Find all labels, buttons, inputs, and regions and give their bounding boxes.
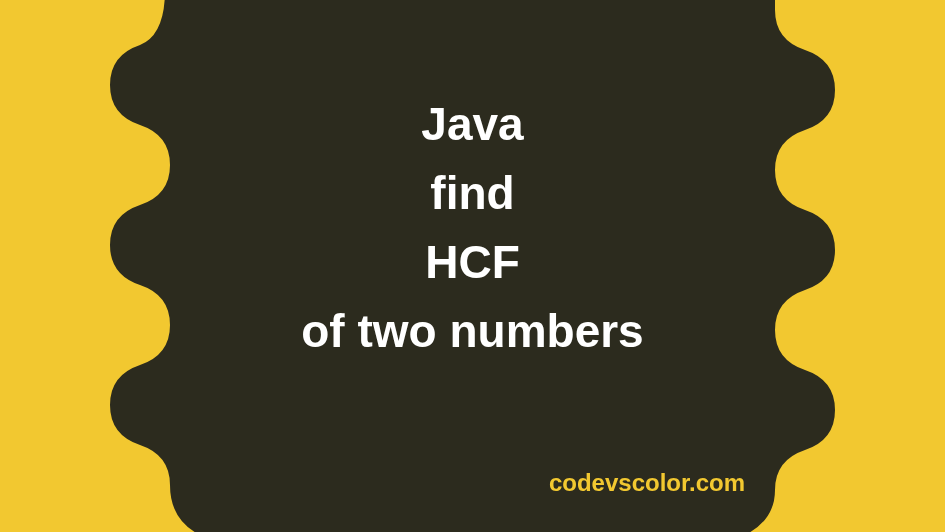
title-line-2: find [0, 159, 945, 228]
title-line-4: of two numbers [0, 297, 945, 366]
main-title: Java find HCF of two numbers [0, 90, 945, 366]
banner-container: Java find HCF of two numbers codevscolor… [0, 0, 945, 532]
title-line-1: Java [0, 90, 945, 159]
website-url: codevscolor.com [549, 469, 745, 497]
title-line-3: HCF [0, 228, 945, 297]
